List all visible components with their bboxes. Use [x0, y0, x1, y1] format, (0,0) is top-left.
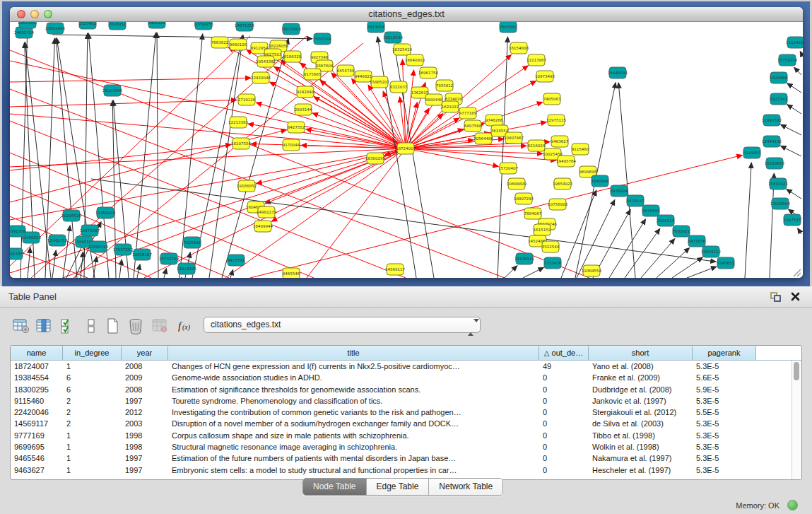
graph-node[interactable]: 9746266 — [486, 115, 503, 126]
graph-node[interactable]: 12505115 — [88, 241, 108, 252]
graph-node[interactable]: 16648784 — [608, 67, 628, 78]
graph-node[interactable]: 19654923 — [553, 178, 572, 189]
graph-node[interactable]: 9391309 — [10, 226, 26, 237]
graph-node[interactable]: 15751074 — [777, 54, 797, 66]
table-row[interactable]: 1938455462009Genome-wide association stu… — [11, 372, 801, 383]
graph-node[interactable]: 9115460 — [572, 144, 589, 155]
network-graph[interactable]: 1872400718300295766382296601288912954182… — [10, 22, 803, 278]
table-settings-icon[interactable] — [11, 316, 31, 336]
graph-node[interactable]: 7884067 — [524, 208, 542, 219]
graph-node[interactable]: 6216024 — [528, 140, 546, 151]
graph-node[interactable]: 1615152 — [534, 224, 551, 235]
graph-node[interactable]: 17359924 — [95, 207, 115, 218]
graph-node[interactable]: 2803144 — [295, 104, 312, 115]
delete-trash-icon[interactable] — [126, 316, 146, 336]
graph-node[interactable]: 10807467 — [504, 132, 524, 144]
select-columns-icon[interactable] — [58, 316, 78, 336]
graph-node[interactable]: 22420046 — [251, 72, 271, 83]
graph-node[interactable]: 15720407 — [498, 163, 518, 174]
graph-node[interactable]: 10653287 — [18, 22, 37, 28]
table-row[interactable]: 1872400712008Changes of HCN gene express… — [11, 361, 801, 372]
column-header-out_de[interactable]: △out_de… — [539, 346, 589, 360]
graph-node[interactable]: 8990448 — [425, 94, 443, 105]
resize-grip-icon[interactable] — [792, 267, 801, 277]
graph-node[interactable]: 16961758 — [418, 67, 438, 78]
graph-node[interactable]: 15885207 — [370, 76, 389, 88]
graph-node[interactable]: 20206526 — [61, 210, 81, 221]
graph-node[interactable]: 19495764 — [556, 156, 576, 167]
table-row[interactable]: 2242004622012Investigating the contribut… — [11, 407, 801, 418]
graph-node[interactable]: 8454749 — [337, 65, 355, 76]
graph-node[interactable]: 9175685 — [304, 69, 322, 80]
graph-node[interactable]: 7663822 — [211, 37, 229, 48]
graph-node[interactable]: 1733426 — [544, 257, 562, 269]
graph-node[interactable]: 1621022 — [442, 101, 459, 112]
graph-node[interactable]: 7857224 — [314, 33, 331, 45]
graph-node[interactable]: 16782759 — [159, 253, 179, 264]
graph-node[interactable]: 6497568 — [464, 120, 482, 132]
column-header-in_degree[interactable]: in_degree — [63, 346, 122, 360]
graph-node[interactable]: 18807293 — [514, 193, 534, 204]
graph-node[interactable]: 2718126 — [238, 94, 256, 105]
graph-node[interactable]: 20691406 — [45, 23, 65, 34]
graph-node[interactable]: 18300295 — [365, 153, 385, 164]
tab-node-table[interactable]: Node Table — [303, 479, 367, 495]
graph-node[interactable]: 2935114 — [657, 215, 675, 226]
table-row[interactable]: 977716911998Corpus callosum shape and si… — [11, 430, 801, 441]
graph-node[interactable]: 2687682 — [500, 22, 517, 33]
graph-node[interactable]: 10688809 — [507, 178, 526, 189]
tab-edge-table[interactable]: Edge Table — [367, 479, 430, 495]
new-document-icon[interactable] — [102, 316, 122, 336]
graph-node[interactable]: 19384554 — [582, 265, 601, 276]
network-window[interactable]: citations_edges.txt 18724007183002957663… — [10, 7, 803, 278]
graph-node[interactable]: 8322037 — [390, 81, 408, 93]
graph-node[interactable]: 9465546 — [283, 268, 300, 278]
graph-node[interactable]: 9660128 — [230, 39, 247, 50]
graph-node[interactable]: 9242848 — [297, 86, 314, 98]
graph-node[interactable]: 8471676 — [688, 235, 706, 247]
graph-node[interactable]: 10975887 — [80, 225, 100, 236]
show-columns-icon[interactable] — [34, 316, 54, 336]
graph-node[interactable]: 9170044 — [283, 139, 300, 151]
graph-node[interactable]: 9463627 — [551, 136, 569, 147]
graph-node[interactable]: 14136141 — [514, 253, 534, 264]
graph-node[interactable]: 16409944 — [253, 221, 273, 232]
table-scrollbar[interactable] — [792, 361, 801, 479]
column-header-pagerank[interactable]: pagerank — [693, 346, 756, 360]
graph-node[interactable]: 15692921 — [768, 178, 788, 189]
table-scrollbar-thumb[interactable] — [794, 362, 799, 380]
graph-node[interactable]: 12213383 — [228, 117, 248, 128]
graph-node[interactable]: 10756928 — [548, 199, 567, 210]
graph-node[interactable]: 2616052 — [109, 22, 126, 30]
graph-node[interactable]: 9227341 — [770, 93, 788, 105]
graph-node[interactable]: 8466160 — [148, 22, 166, 28]
column-header-title[interactable]: title — [168, 346, 539, 360]
graph-node[interactable]: 7625402 — [184, 237, 201, 248]
graph-node[interactable]: 8938924 — [611, 185, 628, 197]
graph-node[interactable]: 6479197 — [627, 195, 645, 206]
graph-node[interactable]: 16210643 — [765, 158, 784, 169]
graph-node[interactable]: 14982233 — [257, 206, 276, 218]
graph-node[interactable]: 17957253 — [113, 244, 133, 255]
graph-node[interactable]: 9391335 — [10, 248, 23, 259]
graph-node[interactable]: 10654112 — [701, 246, 721, 257]
graph-node[interactable]: 12823445 — [177, 263, 196, 274]
graph-node[interactable]: 8215953 — [743, 147, 761, 158]
network-window-titlebar[interactable]: citations_edges.txt — [10, 7, 803, 22]
graph-node[interactable]: 1840994 — [592, 175, 609, 187]
graph-node[interactable]: 10543382 — [256, 56, 276, 67]
graph-node[interactable]: 8813054 — [367, 22, 385, 33]
graph-node[interactable]: 20564486 — [473, 133, 493, 144]
table-selector-dropdown[interactable]: citations_edges.txt — [204, 317, 481, 333]
delete-table-icon[interactable] — [150, 316, 170, 336]
graph-node[interactable]: 18107554 — [231, 138, 251, 149]
graph-node[interactable]: 19218596 — [383, 32, 403, 43]
table-row[interactable]: 1830029562008Estimation of significance … — [11, 384, 801, 395]
graph-node[interactable]: 14671355 — [235, 22, 254, 31]
graph-node[interactable]: 12942757 — [47, 235, 67, 246]
graph-node[interactable]: 17016504 — [770, 198, 790, 209]
network-canvas[interactable]: 1872400718300295766382296601288912954182… — [10, 22, 803, 278]
graph-node[interactable]: 9457791 — [228, 255, 245, 266]
graph-node[interactable]: 10719155 — [194, 22, 213, 30]
graph-node[interactable]: 9245652 — [717, 257, 735, 269]
